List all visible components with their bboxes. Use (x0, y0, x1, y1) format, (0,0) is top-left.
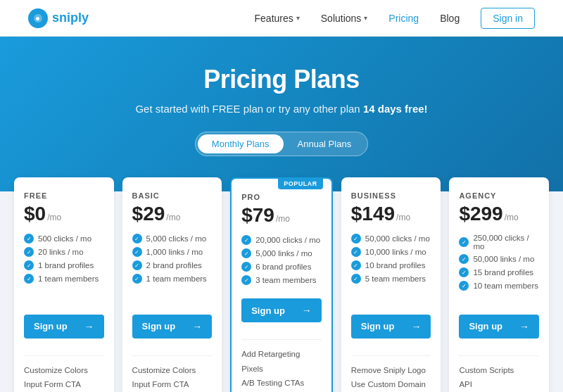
check-icon: ✓ (241, 248, 251, 258)
plan-card-basic: BASIC $29 /mo ✓5,000 clicks / mo ✓1,000 … (122, 177, 222, 392)
plan-card-agency: AGENCY $299 /mo ✓250,000 clicks / mo ✓50… (449, 177, 549, 392)
check-icon: ✓ (351, 247, 361, 257)
plan-card-free: FREE $0 /mo ✓500 clicks / mo ✓20 links /… (14, 177, 114, 392)
hero-subtitle: Get started with FREE plan or try any ot… (14, 103, 549, 115)
list-item: ✓50,000 clicks / mo (351, 234, 431, 244)
list-item: ✓6 brand profiles (241, 262, 322, 272)
check-icon: ✓ (459, 254, 469, 264)
check-icon: ✓ (241, 235, 251, 245)
logo-icon (28, 8, 48, 28)
plan-card-pro: POPULAR PRO $79 /mo ✓20,000 clicks / mo … (230, 177, 333, 392)
check-icon: ✓ (132, 234, 142, 244)
features-list-agency: ✓250,000 clicks / mo ✓50,000 links / mo … (459, 234, 539, 305)
pricing-cards-section: FREE $0 /mo ✓500 clicks / mo ✓20 links /… (0, 191, 563, 392)
logo[interactable]: sniply (28, 8, 89, 28)
list-item: ✓1 team members (132, 274, 213, 284)
arrow-right-icon: → (192, 321, 202, 332)
billing-toggle[interactable]: Monthly Plans Annual Plans (195, 132, 368, 156)
check-icon: ✓ (132, 260, 142, 270)
check-icon: ✓ (132, 274, 142, 284)
list-item: ✓10 brand profiles (351, 260, 431, 270)
monthly-plans-toggle[interactable]: Monthly Plans (198, 134, 284, 153)
signup-button-basic[interactable]: Sign up → (132, 315, 213, 339)
nav-features[interactable]: Features ▾ (255, 13, 300, 24)
extra-features-free: Customize Colors Input Form CTA (24, 363, 104, 392)
plan-name-pro: PRO (241, 193, 322, 201)
check-icon: ✓ (241, 275, 251, 285)
list-item: ✓5,000 clicks / mo (132, 234, 213, 244)
plan-price-basic: $29 /mo (132, 203, 213, 225)
logo-text: sniply (52, 11, 89, 25)
features-list-basic: ✓5,000 clicks / mo ✓1,000 links / mo ✓2 … (132, 234, 213, 305)
list-item: ✓1 brand profiles (24, 260, 104, 270)
nav-links: Features ▾ Solutions ▾ Pricing Blog (255, 13, 460, 24)
list-item: ✓1,000 links / mo (132, 247, 213, 257)
features-list-free: ✓500 clicks / mo ✓20 links / mo ✓1 brand… (24, 234, 104, 305)
plan-name-free: FREE (24, 191, 104, 200)
check-icon: ✓ (132, 247, 142, 257)
divider (132, 355, 213, 356)
divider (24, 355, 104, 356)
cards-wrapper: FREE $0 /mo ✓500 clicks / mo ✓20 links /… (14, 177, 549, 392)
sign-in-button[interactable]: Sign in (481, 8, 535, 29)
check-icon: ✓ (351, 260, 361, 270)
list-item: ✓10 team members (459, 281, 539, 291)
features-list-pro: ✓20,000 clicks / mo ✓5,000 links / mo ✓6… (241, 235, 322, 289)
plan-price-agency: $299 /mo (459, 203, 539, 225)
list-item: ✓15 brand profiles (459, 267, 539, 277)
signup-button-agency[interactable]: Sign up → (459, 315, 539, 339)
extra-features-pro: Add Retargeting Pixels A/B Testing CTAs (241, 347, 322, 391)
check-icon: ✓ (24, 247, 34, 257)
nav-solutions[interactable]: Solutions ▾ (321, 13, 368, 24)
arrow-right-icon: → (84, 321, 94, 332)
signup-button-free[interactable]: Sign up → (24, 315, 104, 339)
list-item: ✓3 team members (241, 275, 322, 285)
plan-name-business: BUSINESS (351, 191, 431, 200)
list-item: ✓20 links / mo (24, 247, 104, 257)
extra-features-agency: Custom Scripts API (459, 363, 539, 392)
list-item: ✓500 clicks / mo (24, 234, 104, 244)
check-icon: ✓ (351, 274, 361, 284)
plan-name-agency: AGENCY (459, 191, 539, 200)
divider (459, 355, 539, 356)
list-item: ✓20,000 clicks / mo (241, 235, 322, 245)
annual-plans-toggle[interactable]: Annual Plans (284, 134, 366, 153)
check-icon: ✓ (24, 260, 34, 270)
check-icon: ✓ (241, 262, 251, 272)
list-item: ✓10,000 links / mo (351, 247, 431, 257)
page-title: Pricing Plans (14, 65, 549, 94)
check-icon: ✓ (24, 274, 34, 284)
chevron-down-icon: ▾ (364, 14, 367, 22)
divider (351, 355, 431, 356)
nav-blog[interactable]: Blog (440, 13, 460, 24)
chevron-down-icon: ▾ (296, 14, 300, 22)
list-item: ✓250,000 clicks / mo (459, 234, 539, 251)
popular-badge: POPULAR (278, 178, 323, 189)
arrow-right-icon: → (302, 305, 312, 316)
signup-button-business[interactable]: Sign up → (351, 315, 431, 339)
plan-price-pro: $79 /mo (241, 204, 322, 227)
list-item: ✓2 brand profiles (132, 260, 213, 270)
nav-pricing[interactable]: Pricing (388, 13, 419, 24)
plan-price-business: $149 /mo (351, 203, 431, 225)
check-icon: ✓ (459, 281, 469, 291)
extra-features-business: Remove Sniply Logo Use Custom Domain (351, 363, 431, 392)
plan-card-business: BUSINESS $149 /mo ✓50,000 clicks / mo ✓1… (341, 177, 441, 392)
arrow-right-icon: → (519, 321, 529, 332)
check-icon: ✓ (351, 234, 361, 244)
plan-name-basic: BASIC (132, 191, 213, 200)
check-icon: ✓ (459, 267, 469, 277)
check-icon: ✓ (24, 234, 34, 244)
hero-section: Pricing Plans Get started with FREE plan… (0, 37, 563, 191)
extra-features-basic: Customize Colors Input Form CTA (132, 363, 213, 392)
list-item: ✓5,000 links / mo (241, 248, 322, 258)
list-item: ✓5 team members (351, 274, 431, 284)
navigation: sniply Features ▾ Solutions ▾ Pricing Bl… (0, 0, 563, 37)
list-item: ✓50,000 links / mo (459, 254, 539, 264)
plan-price-free: $0 /mo (24, 203, 104, 225)
arrow-right-icon: → (411, 321, 421, 332)
list-item: ✓1 team members (24, 274, 104, 284)
divider (241, 339, 322, 340)
features-list-business: ✓50,000 clicks / mo ✓10,000 links / mo ✓… (351, 234, 431, 305)
signup-button-pro[interactable]: Sign up → (241, 298, 322, 322)
